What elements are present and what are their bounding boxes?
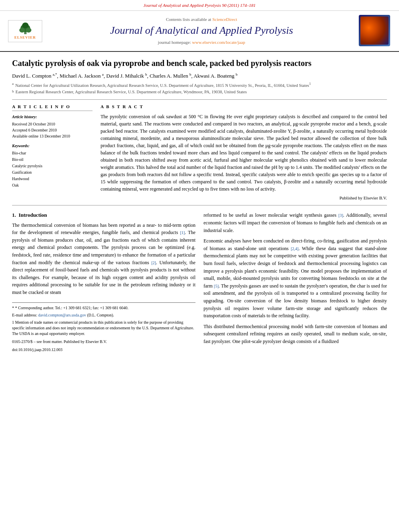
keyword-5: Hardwood [12,176,93,182]
homepage-label: journal homepage: [158,40,191,45]
main-content: Catalytic pyrolysis of oak via pyroprobe… [0,52,399,360]
body-para-2: reformed to be useful as lower molecular… [204,212,387,234]
body-content: 1. Introduction The thermochemical conve… [12,212,387,352]
homepage-url[interactable]: www.elsevier.com/locate/jaap [192,40,245,45]
issn-line-2: doi:10.1016/j.jaap.2010.12.003 [12,347,195,353]
available-date: Available online 13 December 2010 [12,133,93,139]
ref-1: [1] [180,230,185,235]
received-date: Received 20 October 2010 [12,121,93,127]
elsevier-logo-area: ELSEVIER [8,20,44,42]
keyword-2: Bio-oil [12,156,93,163]
article-history: Article history: Received 20 October 201… [12,114,93,139]
abstract-text: The pyrolytic conversion of oak sawdust … [101,113,387,193]
sciencedirect-link[interactable]: ScienceDirect [212,17,237,22]
ref-2: [2] [151,261,156,265]
footnote-corresponding: * * Corresponding author. Tel.: +1 309 6… [12,305,195,311]
homepage-line: journal homepage: www.elsevier.com/locat… [52,39,351,45]
affil-text-b: Eastern Regional Research Center, Agricu… [16,89,247,95]
journal-title-area: Contents lists available at ScienceDirec… [52,16,351,46]
svg-point-3 [26,28,31,33]
ref-3: [3] [338,213,343,218]
journal-cover-graphic [360,16,389,45]
abstract-column: A B S T R A C T The pyrolytic conversion… [101,104,387,201]
abstract-body-divider [12,205,387,205]
elsevier-tree-icon [15,22,35,34]
article-title: Catalytic pyrolysis of oak via pyroprobe… [12,58,387,68]
body-para-4: This distributed thermochemical processi… [204,323,387,345]
contents-text: Contents lists available at [166,17,211,22]
section1-title: 1. Introduction [12,212,195,219]
body-col-left: 1. Introduction The thermochemical conve… [12,212,195,352]
email-label: E-mail address: [12,313,37,317]
accepted-date: Accepted 6 December 2010 [12,127,93,133]
svg-point-2 [19,28,25,33]
keywords-section: Keywords: Bio-char Bio-oil Catalytic pyr… [12,143,93,189]
body-para-1: The thermochemical conversion of biomass… [12,222,195,296]
affil-sup-b: b [12,89,14,95]
body-para-3: Economic analyses have been conducted on… [204,237,387,320]
affil-text-a: National Center for Agricultural Utiliza… [15,81,311,88]
affiliation-a: a National Center for Agricultural Utili… [12,81,387,88]
ref-2-4: [2,4] [291,246,298,251]
abstract-heading: A B S T R A C T [101,104,387,110]
authors-text: David L. Compton a,*, Michael A. Jackson… [12,73,237,79]
keyword-1: Bio-char [12,150,93,156]
article-info-heading: A R T I C L E I N F O [12,104,93,111]
email-link[interactable]: david.compton@ars.usda.gov [38,313,86,317]
section1-number: 1. [12,212,16,218]
email-attribution: (D.L. Compton). [87,313,114,317]
published-by: Published by Elsevier B.V. [101,195,387,201]
elsevier-logo: ELSEVIER [8,20,42,42]
keyword-3: Catalytic pyrolysis [12,163,93,169]
info-abstract-columns: A R T I C L E I N F O Article history: R… [12,104,387,201]
footnote-1-text: 1 Mention of trade names or commercial p… [12,320,194,336]
ref-5: [5] [214,284,219,288]
header-divider [12,99,387,100]
journal-header: ELSEVIER Contents lists available at Sci… [0,11,399,52]
journal-bar: Journal of Analytical and Applied Pyroly… [0,0,399,11]
journal-name: Journal of Analytical and Applied Pyroly… [52,23,351,38]
body-col-right: reformed to be useful as lower molecular… [204,212,387,352]
keyword-4: Gasification [12,169,93,176]
svg-point-4 [22,23,29,28]
journal-citation: Journal of Analytical and Applied Pyroly… [144,3,256,8]
footnote-email: E-mail address: david.compton@ars.usda.g… [12,312,195,318]
authors-line: David L. Compton a,*, Michael A. Jackson… [12,72,387,80]
footnotes-section: * * Corresponding author. Tel.: +1 309 6… [12,302,195,337]
sciencedirect-line: Contents lists available at ScienceDirec… [52,16,351,23]
section1-heading: Introduction [19,212,47,218]
footnote-1: 1 Mention of trade names or commercial p… [12,320,195,337]
elsevier-wordmark: ELSEVIER [14,35,36,40]
article-info-column: A R T I C L E I N F O Article history: R… [12,104,93,201]
affiliations: a National Center for Agricultural Utili… [12,81,387,95]
footnote-corresponding-text: * Corresponding author. Tel.: +1 309 681… [15,306,129,310]
issn-line-1: 0165-2370/$ – see front matter. Publishe… [12,339,195,345]
keywords-heading: Keywords: [12,143,93,149]
footnote-star: * [12,306,15,310]
journal-cover-image [359,15,390,46]
history-heading: Article history: [12,114,93,120]
journal-thumbnail [359,15,391,47]
body-columns: 1. Introduction The thermochemical conve… [12,212,387,352]
affil-sup-a: a [12,81,14,88]
affiliation-b: b Eastern Regional Research Center, Agri… [12,89,387,95]
keyword-6: Oak [12,182,93,189]
